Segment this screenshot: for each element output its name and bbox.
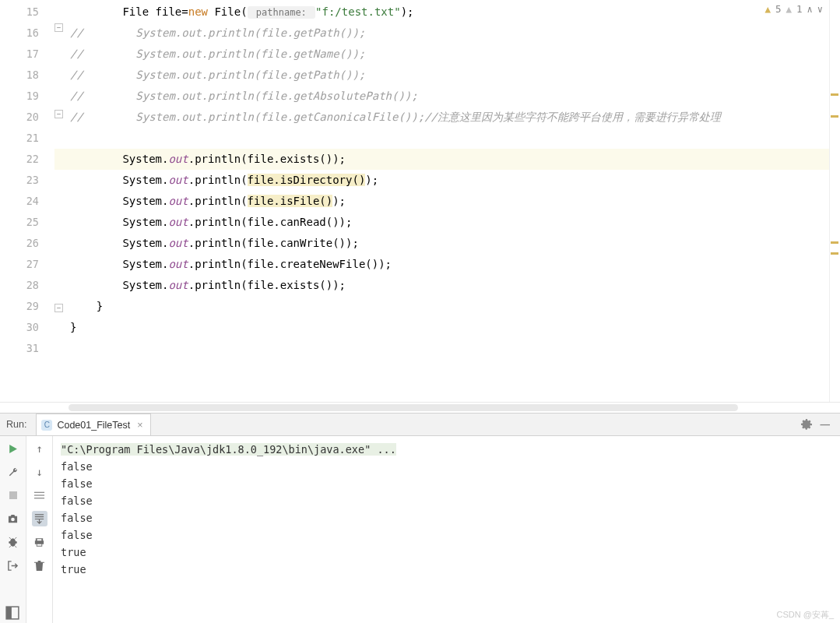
- error-stripe[interactable]: [829, 0, 840, 402]
- line-number[interactable]: 17: [0, 44, 39, 65]
- run-config-tab[interactable]: C Code01_FileTest ×: [36, 414, 150, 435]
- code-line[interactable]: [54, 338, 840, 359]
- stripe-marker[interactable]: [831, 241, 838, 244]
- code-line[interactable]: System.out.println(file.isFile());: [54, 191, 840, 212]
- editor-pane: 1516171819202122232425262728293031 − − −…: [0, 0, 840, 402]
- exit-icon[interactable]: [5, 558, 21, 573]
- stop-icon[interactable]: [5, 487, 21, 503]
- line-number[interactable]: 16: [0, 23, 39, 44]
- line-number[interactable]: 20: [0, 107, 39, 128]
- console-output[interactable]: "C:\Program Files\Java\jdk1.8.0_192\bin\…: [53, 436, 840, 623]
- code-line[interactable]: // System.out.println(file.getAbsolutePa…: [54, 86, 840, 107]
- line-number[interactable]: 27: [0, 254, 39, 275]
- svg-point-1: [11, 539, 16, 545]
- stripe-marker[interactable]: [831, 93, 838, 96]
- stripe-marker[interactable]: [831, 115, 838, 118]
- layout-switch-icon[interactable]: [5, 606, 19, 620]
- run-config-name: Code01_FileTest: [57, 420, 130, 431]
- run-primary-toolbar: [0, 436, 26, 623]
- up-arrow-icon[interactable]: ↑: [32, 441, 47, 456]
- line-number[interactable]: 19: [0, 86, 39, 107]
- console-line: false: [61, 475, 832, 492]
- code-line[interactable]: }: [54, 317, 840, 338]
- trash-icon[interactable]: [32, 558, 47, 573]
- run-tab-bar: Run: C Code01_FileTest × —: [0, 414, 840, 436]
- wrench-icon[interactable]: [5, 464, 21, 480]
- code-line[interactable]: [54, 128, 840, 149]
- stripe-marker[interactable]: [831, 252, 838, 255]
- code-area[interactable]: ▲ 5 ▲ 1 ∧ ∨ File file=new File( pathname…: [54, 0, 840, 402]
- line-number[interactable]: 18: [0, 65, 39, 86]
- code-line[interactable]: System.out.println(file.canRead());: [54, 212, 840, 233]
- run-body: ↑ ↓ "C:\Program Files\Java\jdk1.8.0_192\…: [0, 436, 840, 623]
- console-line: false: [61, 509, 832, 526]
- camera-icon[interactable]: [5, 511, 21, 526]
- line-number[interactable]: 15: [0, 2, 39, 23]
- rerun-icon[interactable]: [5, 441, 21, 456]
- console-line: false: [61, 458, 832, 475]
- print-icon[interactable]: [32, 534, 47, 550]
- line-number[interactable]: 22: [0, 149, 39, 170]
- code-line[interactable]: // System.out.println(file.getPath());: [54, 23, 840, 44]
- settings-icon[interactable]: [796, 418, 817, 431]
- code-line[interactable]: System.out.println(file.isDirectory());: [54, 170, 840, 191]
- console-lines-container: falsefalsefalsefalsefalsetruetrue: [61, 458, 832, 578]
- line-number[interactable]: 25: [0, 212, 39, 233]
- scroll-to-end-icon[interactable]: [32, 511, 47, 526]
- code-line[interactable]: System.out.println(file.canWrite());: [54, 233, 840, 254]
- code-lines: File file=new File( pathname: "f:/test.t…: [54, 0, 840, 359]
- svg-rect-0: [9, 491, 17, 499]
- code-line[interactable]: // System.out.println(file.getName());: [54, 44, 840, 65]
- console-line: false: [61, 526, 832, 544]
- console-line: true: [61, 544, 832, 561]
- horizontal-scrollbar[interactable]: [0, 402, 840, 413]
- console-line: false: [61, 492, 832, 509]
- console-command: "C:\Program Files\Java\jdk1.8.0_192\bin\…: [61, 443, 396, 456]
- line-number[interactable]: 21: [0, 128, 39, 149]
- code-line[interactable]: }: [54, 296, 840, 317]
- run-tool-window: Run: C Code01_FileTest × —: [0, 413, 840, 623]
- run-secondary-toolbar: ↑ ↓: [26, 436, 53, 623]
- code-line[interactable]: // System.out.println(file.getPath());: [54, 65, 840, 86]
- code-line[interactable]: System.out.println(file.exists());: [54, 149, 840, 170]
- line-number[interactable]: 31: [0, 338, 39, 359]
- console-line: true: [61, 561, 832, 578]
- down-arrow-icon[interactable]: ↓: [32, 464, 47, 480]
- debug-icon[interactable]: [5, 534, 21, 550]
- code-line[interactable]: // System.out.println(file.getCanonicalF…: [54, 107, 840, 128]
- watermark-text: CSDN @安苒_: [776, 609, 834, 621]
- line-number[interactable]: 26: [0, 233, 39, 254]
- run-tool-label: Run:: [6, 419, 26, 430]
- line-number[interactable]: 30: [0, 317, 39, 338]
- line-number-gutter: 1516171819202122232425262728293031: [0, 0, 54, 402]
- svg-rect-3: [6, 607, 12, 619]
- line-number[interactable]: 24: [0, 191, 39, 212]
- line-number[interactable]: 28: [0, 275, 39, 296]
- line-number[interactable]: 23: [0, 170, 39, 191]
- class-icon: C: [41, 420, 52, 431]
- code-line[interactable]: System.out.println(file.createNewFile())…: [54, 254, 840, 275]
- close-tab-icon[interactable]: ×: [135, 420, 145, 431]
- soft-wrap-icon[interactable]: [32, 487, 47, 503]
- code-line[interactable]: File file=new File( pathname: "f:/test.t…: [54, 2, 840, 23]
- code-line[interactable]: System.out.println(file.exists());: [54, 275, 840, 296]
- scrollbar-thumb[interactable]: [69, 404, 738, 411]
- hide-panel-icon[interactable]: —: [817, 419, 835, 430]
- line-number[interactable]: 29: [0, 296, 39, 317]
